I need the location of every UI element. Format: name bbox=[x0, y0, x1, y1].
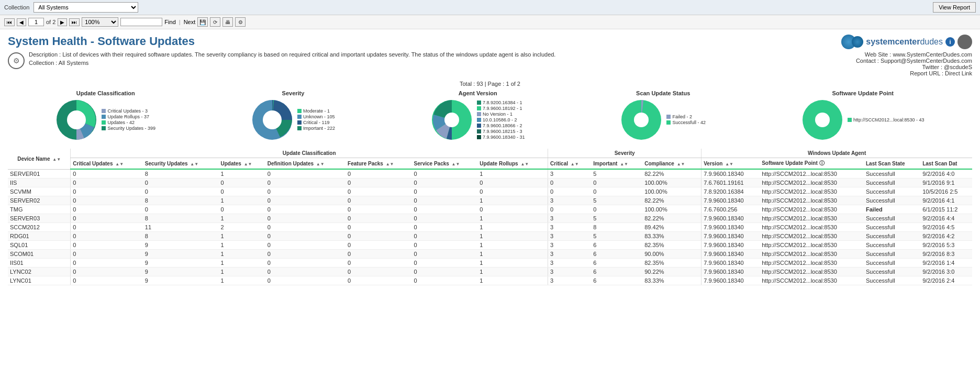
sup-legend: http://SCCM2012...local:8530 - 43 bbox=[848, 117, 925, 123]
find-button[interactable]: Find bbox=[164, 19, 175, 25]
page-input[interactable] bbox=[28, 18, 44, 26]
important-cell: 5 bbox=[591, 214, 642, 223]
device-name-cell: LYNC01 bbox=[8, 276, 71, 285]
updates-cell: 1 bbox=[218, 268, 265, 276]
security-cell: 9 bbox=[143, 268, 219, 276]
agent-version-title: Agent Version bbox=[459, 90, 497, 96]
zoom-select[interactable]: 100% 75% 125% 150% bbox=[82, 17, 118, 27]
table-row: RDG01 0 8 1 0 0 0 1 3 5 83.33% 7.9.9600.… bbox=[8, 232, 972, 241]
rollups-cell: 0 bbox=[477, 179, 548, 187]
sev-critical-cell: 3 bbox=[548, 232, 592, 241]
sup-cell: http://SCCM2012...local:8530 bbox=[760, 169, 864, 179]
updates-cell: 1 bbox=[218, 276, 265, 285]
updates-cell: 0 bbox=[218, 179, 265, 187]
critical-updates-header[interactable]: Critical Updates ▲▼ bbox=[71, 158, 143, 170]
critical-cell: 0 bbox=[71, 205, 143, 214]
feature-cell: 0 bbox=[346, 214, 411, 223]
refresh-icon[interactable]: ⟳ bbox=[210, 17, 220, 27]
critical-cell: 0 bbox=[71, 214, 143, 223]
table-row: SCCM2012 0 11 2 0 0 0 1 3 8 89.42% 7.9.9… bbox=[8, 223, 972, 232]
updates-header[interactable]: Updates ▲▼ bbox=[218, 158, 265, 170]
device-name-cell: SCCM2012 bbox=[8, 223, 71, 232]
definition-updates-header[interactable]: Definition Updates ▲▼ bbox=[265, 158, 346, 170]
last-page-button[interactable]: ⏭ bbox=[69, 18, 80, 26]
logo-area: systemcenterdudes i bbox=[815, 35, 972, 49]
table-row: SCOM01 0 9 1 0 0 0 1 3 6 90.00% 7.9.9600… bbox=[8, 250, 972, 259]
important-cell: 0 bbox=[591, 205, 642, 214]
next-page-button[interactable]: ▶ bbox=[58, 18, 67, 26]
version-header[interactable]: Version ▲▼ bbox=[701, 158, 760, 170]
print-icon[interactable]: 🖶 bbox=[222, 17, 233, 27]
report-url-info: Report URL : Direct Link bbox=[815, 70, 972, 76]
update-classification-chart: Update Classification Critical Updates -… bbox=[55, 90, 155, 141]
legend-item: Critical Updates - 3 bbox=[102, 108, 155, 114]
device-name-cell: SERVER03 bbox=[8, 214, 71, 223]
scan-status-title: Scan Update Status bbox=[636, 90, 690, 96]
scan-state-cell: Successfull bbox=[864, 250, 920, 259]
definition-cell: 0 bbox=[265, 232, 346, 241]
device-name-header[interactable]: Device Name ▲▼ bbox=[8, 149, 71, 169]
device-name-cell: SQL01 bbox=[8, 241, 71, 250]
version-cell: 7.9.9600.18340 bbox=[701, 169, 760, 179]
table-row: SERVER03 0 8 1 0 0 0 1 3 5 82.22% 7.9.96… bbox=[8, 214, 972, 223]
update-classification-body: Critical Updates - 3 Update Rollups - 37… bbox=[55, 99, 155, 141]
rollups-cell: 1 bbox=[477, 232, 548, 241]
feature-packs-header[interactable]: Feature Packs ▲▼ bbox=[346, 158, 411, 170]
svg-point-1 bbox=[67, 110, 86, 129]
scan-state-header[interactable]: Last Scan State bbox=[864, 158, 920, 170]
important-header[interactable]: Important ▲▼ bbox=[591, 158, 642, 170]
scan-date-header[interactable]: Last Scan Dat bbox=[920, 158, 972, 170]
table-row: TMG 0 0 0 0 0 0 0 0 0 100.00% 7.6.7600.2… bbox=[8, 205, 972, 214]
critical-cell: 0 bbox=[71, 232, 143, 241]
scan-date-cell: 6/1/2015 11:2 bbox=[920, 205, 972, 214]
sup-cell: http://SCCM2012...local:8530 bbox=[760, 268, 864, 276]
security-updates-header[interactable]: Security Updates ▲▼ bbox=[143, 158, 219, 170]
report-header: System Health - Software Updates ⚙ Descr… bbox=[8, 35, 972, 76]
service-packs-header[interactable]: Service Packs ▲▼ bbox=[412, 158, 478, 170]
next-button[interactable]: Next bbox=[184, 19, 196, 25]
compliance-cell: 100.00% bbox=[642, 179, 701, 187]
updates-cell: 1 bbox=[218, 196, 265, 205]
update-classification-title: Update Classification bbox=[76, 90, 135, 96]
updates-cell: 1 bbox=[218, 214, 265, 223]
group-header-row: Device Name ▲▼ Update Classification Sev… bbox=[8, 149, 972, 158]
export-icon[interactable]: 💾 bbox=[197, 17, 208, 27]
update-rollups-header[interactable]: Update Rollups ▲▼ bbox=[477, 158, 548, 170]
version-cell: 7.9.9600.18340 bbox=[701, 268, 760, 276]
updates-cell: 1 bbox=[218, 232, 265, 241]
important-cell: 6 bbox=[591, 276, 642, 285]
sup-body: http://SCCM2012...local:8530 - 43 bbox=[801, 99, 925, 141]
critical-header[interactable]: Critical ▲▼ bbox=[548, 158, 592, 170]
updates-cell: 0 bbox=[218, 187, 265, 196]
compliance-cell: 90.00% bbox=[642, 250, 701, 259]
first-page-button[interactable]: ⏮ bbox=[4, 18, 15, 26]
report-title: System Health - Software Updates bbox=[8, 35, 815, 48]
updates-cell: 1 bbox=[218, 169, 265, 179]
security-cell: 9 bbox=[143, 250, 219, 259]
device-name-cell: IIS bbox=[8, 179, 71, 187]
compliance-header[interactable]: Compliance ▲▼ bbox=[642, 158, 701, 170]
sup-header[interactable]: Software Update Point ⓘ bbox=[760, 158, 864, 170]
scan-date-cell: 10/5/2016 2:5 bbox=[920, 187, 972, 196]
contact-info: Contact : Support@SystemCenterDudes.com bbox=[815, 58, 972, 64]
settings-icon[interactable]: ⚙ bbox=[235, 17, 246, 27]
sup-pie bbox=[801, 99, 843, 141]
sup-cell: http://SCCM2012...local:8530 bbox=[760, 179, 864, 187]
collection-select[interactable]: All Systems bbox=[34, 2, 138, 13]
important-cell: 6 bbox=[591, 259, 642, 268]
view-report-button[interactable]: View Report bbox=[933, 2, 976, 13]
legend-item: Updates - 42 bbox=[102, 120, 155, 125]
legend-item: Important - 222 bbox=[297, 126, 335, 131]
table-row: SERVER01 0 8 1 0 0 0 1 3 5 82.22% 7.9.96… bbox=[8, 169, 972, 179]
svg-point-9 bbox=[815, 113, 830, 127]
compliance-cell: 82.22% bbox=[642, 214, 701, 223]
agent-version-legend: 7.8.9200.16384 - 1 7.9.9600.18192 - 1 No… bbox=[477, 100, 525, 140]
security-cell: 9 bbox=[143, 259, 219, 268]
scan-state-cell: Successfull bbox=[864, 232, 920, 241]
feature-cell: 0 bbox=[346, 268, 411, 276]
find-input[interactable] bbox=[120, 18, 162, 26]
prev-page-button[interactable]: ◀ bbox=[17, 18, 26, 26]
legend-item: No Version - 1 bbox=[477, 112, 525, 117]
version-cell: 7.9.9600.18340 bbox=[701, 232, 760, 241]
scan-status-pie bbox=[620, 99, 662, 141]
